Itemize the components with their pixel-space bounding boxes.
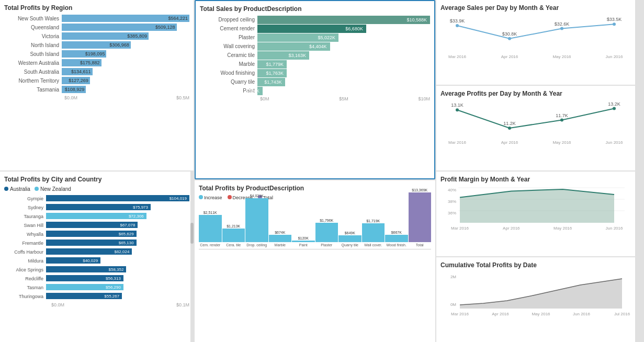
svg-text:Apr 2016: Apr 2016 [501, 140, 518, 145]
wf-bar-label: Wood finish. [385, 243, 408, 247]
sales-bar-track: $6,680K [257, 25, 430, 32]
city-bar-label: Coffs Harbour [4, 249, 46, 255]
region-bar-row: Western Australia $175,882 [4, 59, 189, 66]
region-bar-row: Northern Territory $127,269 [4, 77, 189, 84]
wf-bar [222, 229, 245, 242]
svg-point-0 [456, 24, 459, 27]
city-bar-value: $75,973 [133, 205, 149, 210]
bar-label: Victoria [4, 33, 62, 39]
wf-bar-label: Wall cover. [362, 243, 385, 247]
wf-bar-group: $2,511K Cem. render [199, 211, 222, 247]
avg-profits-panel: Average Profits per Day by Month & Year … [436, 86, 635, 170]
wf-bar-group: $667K Wood finish. [385, 231, 408, 247]
sales-bar-track: $3,163K [257, 51, 430, 59]
city-bar-track: $40,029 [46, 257, 189, 265]
city-bar-fill: $40,029 [46, 257, 100, 264]
wf-bar-group: $1,719K Wall cover. [362, 219, 385, 247]
bar-value: $127,269 [69, 78, 88, 83]
city-bar-label: Whyalla [4, 232, 46, 237]
svg-point-2 [560, 27, 563, 30]
bar-fill: $127,269 [62, 77, 90, 84]
city-bar-value: $72,306 [129, 214, 145, 219]
bar-value: $175,882 [80, 60, 100, 65]
bar-fill: $175,882 [62, 59, 101, 66]
bar-track: $509,128 [62, 24, 189, 31]
region-x-label-1: $0.5M [176, 95, 189, 100]
cumulative-title: Cumulative Total Profits by Date [440, 261, 631, 269]
city-bars: Gympie $104,019 Sydney $75,973 Tauranga … [4, 195, 189, 300]
svg-text:40%: 40% [448, 188, 456, 192]
sales-bar-value: $1,779K [266, 62, 286, 67]
wf-bar-value: $667K [391, 231, 402, 234]
svg-text:13.2K: 13.2K [608, 101, 620, 107]
svg-text:13.1K: 13.1K [451, 102, 464, 108]
sales-bar-label: Ceramic tile [200, 52, 257, 58]
sales-chart-title: Total Sales by ProductDescription [200, 5, 430, 13]
svg-text:Jun 2016: Jun 2016 [606, 140, 623, 145]
city-bar-fill: $72,306 [46, 213, 146, 219]
city-bar-row: Gympie $104,019 [4, 195, 189, 202]
city-bar-label: Alice Springs [4, 267, 46, 272]
bar-label: New South Wales [4, 16, 62, 21]
bar-label: Queensland [4, 25, 62, 30]
wf-bar-label: Cera. tile [222, 243, 245, 247]
svg-text:2M: 2M [450, 275, 456, 279]
cumulative-chart: 2M0MMar 2016Apr 2016May 2016Jun 2016Jul … [440, 272, 631, 316]
svg-text:Apr 2016: Apr 2016 [492, 312, 509, 316]
city-bar-fill: $75,973 [46, 204, 151, 210]
city-bar-label: Fremantle [4, 241, 46, 246]
city-bar-label: Tauranga [4, 214, 46, 219]
city-bar-track: $104,019 [46, 195, 189, 202]
bar-value: $134,611 [71, 69, 91, 74]
sales-bar-value: $4,404K [309, 44, 329, 49]
margin-title: Profit Margin by Month & Year [440, 176, 631, 183]
wf-bar-value: $1,796K [320, 219, 333, 222]
city-bar-track: $56,313 [46, 275, 189, 282]
sales-bar-label: Dropped ceiling [200, 17, 257, 22]
bar-fill: $306,968 [62, 41, 131, 49]
wf-bar [245, 198, 268, 242]
sales-x-axis: $0M$5M$10M [200, 96, 430, 101]
svg-text:$32.6K: $32.6K [555, 21, 570, 27]
bar-label: South Island [4, 51, 62, 57]
avg-sales-chart: $33.9K$30.8K$32.6K$33.5KMar 2016Apr 2016… [440, 15, 631, 59]
city-bar-fill: $56,290 [46, 284, 123, 290]
region-bar-row: Victoria $385,809 [4, 32, 189, 40]
wf-bar-group: $1,796K Plaster [315, 219, 338, 247]
sales-bar-label: Wood finishing [200, 70, 257, 76]
city-legend: Australia New Zealand [4, 186, 189, 192]
avg-profits-title: Average Profits per Day by Month & Year [440, 90, 631, 97]
waterfall-panel: Total Profits by ProductDescription Incr… [195, 180, 435, 342]
city-bar-row: Fremantle $65,130 [4, 240, 189, 247]
city-bar-fill: $65,629 [46, 231, 137, 237]
margin-chart: 40%38%36%Mar 2016Apr 2016May 2016Jun 201… [440, 186, 631, 231]
sales-bar-row: Cement render $6,680K [200, 25, 430, 32]
sales-bar-track: $1,743K [257, 78, 430, 85]
sales-bar-fill: $6,680K [257, 25, 366, 33]
region-bar-row: South Island $198,095 [4, 50, 189, 58]
wf-bar-value: $120K [298, 236, 309, 240]
sales-bar-value: $5,022K [318, 35, 337, 40]
city-bar-value: $67,078 [120, 223, 136, 227]
city-bar-fill: $104,019 [46, 195, 189, 201]
bar-fill: $108,929 [62, 86, 86, 93]
city-bar-row: Coffs Harbour $62,024 [4, 248, 189, 256]
bar-fill: $385,809 [62, 32, 149, 40]
wf-bar-group: $674K Marble [269, 231, 292, 247]
svg-text:$30.8K: $30.8K [502, 31, 517, 37]
svg-text:May 2016: May 2016 [532, 312, 550, 316]
svg-text:Jun 2016: Jun 2016 [573, 312, 590, 316]
city-bar-fill: $67,078 [46, 222, 138, 228]
sales-bar-fill: $1,763K [257, 69, 287, 77]
svg-text:Jun 2016: Jun 2016 [606, 226, 623, 231]
bar-track: $134,611 [62, 68, 189, 75]
bar-track: $385,809 [62, 32, 189, 40]
sales-bar-value: $1,743K [264, 79, 284, 85]
city-bar-value: $55,267 [104, 294, 120, 299]
cumulative-panel: Cumulative Total Profits by Date 2M0MMar… [436, 257, 635, 342]
sales-bar-row: Quarry tile $1,743K [200, 78, 430, 85]
waterfall-legend: Increase Decrease Total [199, 195, 431, 200]
svg-point-14 [560, 119, 563, 122]
wf-bar [338, 235, 361, 242]
bar-fill: $198,095 [62, 50, 106, 58]
